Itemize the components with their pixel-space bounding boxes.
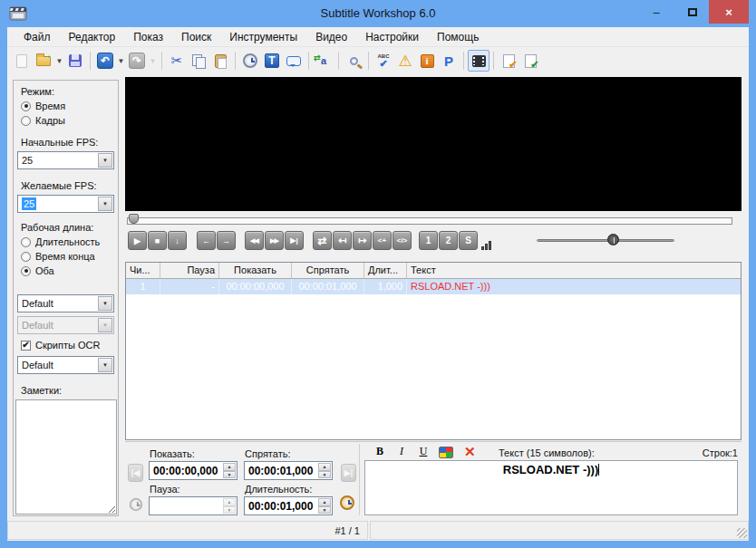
subtitle-table[interactable]: Чи... Пауза Показать Спрятать Длит... Те… xyxy=(125,262,741,440)
mark-two-button[interactable]: 2 xyxy=(439,231,458,250)
pause-clock-icon[interactable] xyxy=(130,498,142,511)
radio-both[interactable]: Оба xyxy=(21,265,54,276)
play-button[interactable]: ▶ xyxy=(128,231,147,250)
loop-button[interactable]: ⇄ xyxy=(313,231,332,250)
mark-one-button[interactable]: 1 xyxy=(419,231,438,250)
duration-clock-icon[interactable] xyxy=(340,495,354,510)
prev-subtitle-button[interactable]: ← xyxy=(197,231,216,250)
properties-button[interactable]: P xyxy=(438,50,460,72)
menu-edit[interactable]: Редактор xyxy=(60,29,125,45)
copy-button[interactable] xyxy=(188,50,209,72)
charset-combo-1[interactable]: Default▼ xyxy=(17,294,114,312)
notes-textarea[interactable] xyxy=(15,399,117,514)
col-duration[interactable]: Длит... xyxy=(364,263,407,278)
radio-endtime[interactable]: Время конца xyxy=(21,251,95,262)
translate-button[interactable]: a xyxy=(313,50,334,72)
redo-button[interactable]: ↷ xyxy=(126,50,148,72)
set-text-button[interactable]: T xyxy=(261,50,283,72)
close-button[interactable]: × xyxy=(709,0,749,24)
volume-slider[interactable] xyxy=(537,239,674,242)
menu-help[interactable]: Помощь xyxy=(428,29,488,45)
minimize-button[interactable]: – xyxy=(640,0,673,24)
combo-arrow-icon[interactable]: ▼ xyxy=(98,153,112,168)
redo-dropdown[interactable]: ▼ xyxy=(148,50,158,72)
output-fps-combo[interactable]: 25▼ xyxy=(17,195,114,213)
charset-combo-2[interactable]: Default▼ xyxy=(17,316,114,334)
seek-bar[interactable] xyxy=(127,217,732,225)
subtitle-text-editor[interactable]: RSLOAD.NET -))) xyxy=(364,460,738,515)
save-button[interactable] xyxy=(64,50,86,72)
scroll-list-button[interactable]: ↓ xyxy=(168,231,187,250)
underline-button[interactable]: U xyxy=(413,445,433,460)
errors-button[interactable]: ⚠ xyxy=(394,50,416,72)
end-at-cursor-button[interactable]: ↦ xyxy=(353,231,372,250)
clear-format-icon[interactable]: ✕ xyxy=(464,444,476,460)
open-file-dropdown[interactable]: ▼ xyxy=(54,50,64,72)
forward-button[interactable]: ▶▶ xyxy=(265,231,284,250)
col-hide[interactable]: Спрятать xyxy=(292,263,364,278)
seek-thumb[interactable] xyxy=(129,214,139,224)
col-pause[interactable]: Пауза xyxy=(160,263,219,278)
col-number[interactable]: Чи... xyxy=(126,263,160,278)
rewind-button[interactable]: ◀◀ xyxy=(245,231,264,250)
table-row[interactable]: 1 - 00:00:00,000 00:00:01,000 1,000 RSLO… xyxy=(126,279,741,294)
resize-grip-icon[interactable] xyxy=(737,528,747,538)
volume-thumb[interactable] xyxy=(607,234,619,245)
new-file-button[interactable] xyxy=(11,50,33,72)
next-sub-button[interactable]: ▶| xyxy=(341,464,356,482)
open-file-button[interactable] xyxy=(33,50,54,72)
menu-view[interactable]: Показ xyxy=(124,29,172,45)
video-display[interactable] xyxy=(125,77,741,211)
radio-time[interactable]: Время xyxy=(21,101,65,111)
show-time-field[interactable]: 00:00:00,000 ▲▼ xyxy=(149,461,237,480)
sync-point-button[interactable]: </> xyxy=(393,231,412,250)
input-fps-combo[interactable]: 25▼ xyxy=(17,151,114,169)
pause-field[interactable]: ▲▼ xyxy=(149,496,237,515)
color-palette-icon[interactable] xyxy=(439,447,453,458)
menu-file[interactable]: Файл xyxy=(15,29,60,45)
ocr-scripts-checkbox[interactable]: ✔Скрипты OCR xyxy=(21,340,100,351)
start-at-cursor-button[interactable]: ↤ xyxy=(333,231,352,250)
italic-button[interactable]: I xyxy=(392,445,412,460)
duration-field[interactable]: 00:00:01,000 ▲▼ xyxy=(244,496,333,515)
alter-speed-button[interactable]: ▶| xyxy=(285,231,304,250)
undo-button[interactable]: ↶ xyxy=(94,50,116,72)
maximize-button[interactable] xyxy=(676,0,709,24)
col-text[interactable]: Текст xyxy=(407,263,741,278)
spinner-arrows[interactable]: ▲▼ xyxy=(318,463,331,478)
work-length-label: Рабочая длина: xyxy=(21,222,93,233)
set-time-button[interactable] xyxy=(239,50,261,72)
combo-arrow-icon[interactable]: ▼ xyxy=(98,197,112,211)
menu-search[interactable]: Поиск xyxy=(172,29,220,45)
menu-settings[interactable]: Настройки xyxy=(356,29,428,45)
cut-button[interactable]: ✂ xyxy=(166,50,188,72)
combo-arrow-icon[interactable]: ▼ xyxy=(98,296,112,311)
maximize-icon xyxy=(688,8,697,16)
spinner-arrows[interactable]: ▲▼ xyxy=(318,498,331,514)
hide-time-field[interactable]: 00:00:01,000 ▲▼ xyxy=(244,461,333,480)
prev-sub-button[interactable]: |◀ xyxy=(128,464,143,482)
bold-button[interactable]: B xyxy=(370,445,390,460)
paste-button[interactable] xyxy=(209,50,231,72)
add-offset-button[interactable]: <+ xyxy=(373,231,392,250)
radio-duration[interactable]: Длительность xyxy=(21,236,100,247)
spinner-arrows[interactable]: ▲▼ xyxy=(223,463,236,478)
check-errors-button[interactable]: ✔ xyxy=(519,50,541,72)
combo-arrow-icon[interactable]: ▼ xyxy=(98,358,112,372)
undo-dropdown[interactable]: ▼ xyxy=(116,50,126,72)
next-subtitle-button[interactable]: → xyxy=(217,231,236,250)
video-mode-button[interactable] xyxy=(468,50,489,72)
sync-button[interactable]: S xyxy=(459,231,478,250)
menu-tools[interactable]: Инструменты xyxy=(220,29,306,45)
search-button[interactable] xyxy=(343,50,364,72)
radio-frames[interactable]: Кадры xyxy=(21,115,65,126)
information-button[interactable]: i xyxy=(416,50,438,72)
fix-errors-button[interactable]: ✔ xyxy=(498,50,519,72)
subtitle-note-button[interactable] xyxy=(283,50,305,72)
menu-video[interactable]: Видео xyxy=(306,29,356,45)
spellcheck-button[interactable]: ABC ✔ xyxy=(373,50,394,72)
stop-button[interactable]: ■ xyxy=(148,231,167,250)
ocr-script-combo[interactable]: Default▼ xyxy=(17,356,114,374)
col-show[interactable]: Показать xyxy=(219,263,292,278)
spinner-arrows: ▲▼ xyxy=(223,498,236,514)
